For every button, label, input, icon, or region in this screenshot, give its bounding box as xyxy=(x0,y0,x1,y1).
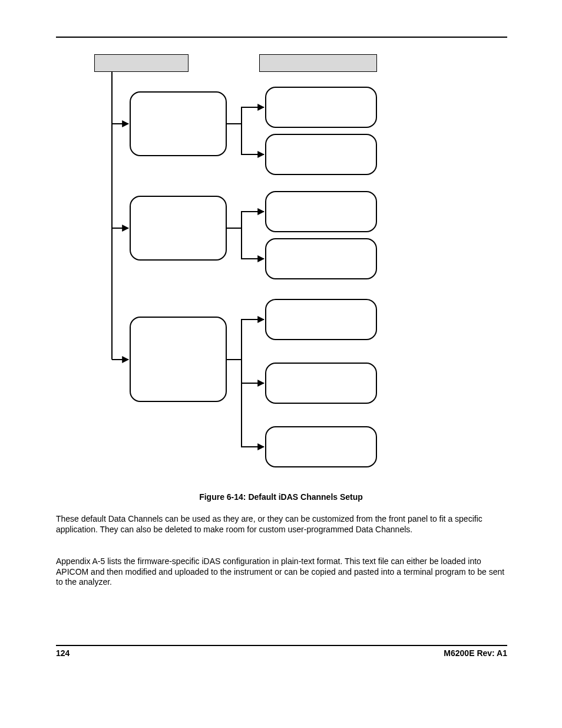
diagram-channel-2 xyxy=(130,196,227,261)
page-number: 124 xyxy=(56,648,70,658)
diagram-channel-1 xyxy=(130,91,227,156)
diagram-param-3-3 xyxy=(265,426,377,467)
idas-diagram xyxy=(94,54,414,485)
diagram-param-3-1 xyxy=(265,299,377,340)
figure-caption: Figure 6-14: Default iDAS Channels Setup xyxy=(0,492,562,502)
document-page: Figure 6-14: Default iDAS Channels Setup… xyxy=(0,0,562,728)
header-rule xyxy=(56,37,507,38)
diagram-param-2-1 xyxy=(265,191,377,232)
document-revision: M6200E Rev: A1 xyxy=(444,648,507,658)
diagram-header-right xyxy=(259,54,377,72)
paragraph-1: These default Data Channels can be used … xyxy=(56,514,507,535)
diagram-param-3-2 xyxy=(265,363,377,404)
diagram-header-left xyxy=(94,54,189,72)
diagram-param-1-2 xyxy=(265,134,377,175)
diagram-param-1-1 xyxy=(265,87,377,128)
diagram-channel-3 xyxy=(130,317,227,402)
paragraph-2: Appendix A-5 lists the firmware-specific… xyxy=(56,556,507,588)
diagram-param-2-2 xyxy=(265,238,377,279)
footer-rule xyxy=(56,645,507,646)
